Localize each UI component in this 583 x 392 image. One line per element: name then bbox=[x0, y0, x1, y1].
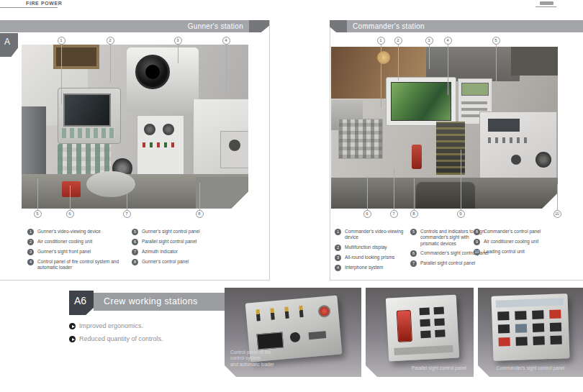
gunner-legend-col-1: 1Gunner's video-viewing device 2Air cond… bbox=[27, 229, 132, 271]
legend-num: 2 bbox=[27, 239, 34, 245]
legend-item: 3Gunner's sight front panel bbox=[27, 249, 132, 255]
callout-commander-7: 7 bbox=[390, 210, 398, 218]
leader-line bbox=[199, 183, 200, 210]
toggle-switch bbox=[270, 308, 274, 319]
legend-text: All-round looking prisms bbox=[345, 255, 407, 260]
legend-text: Azimuth indicator bbox=[142, 249, 239, 255]
legend-text: Commander's control panel bbox=[484, 229, 563, 234]
red-handle bbox=[412, 145, 422, 169]
legend-item: 3All-round looking prisms bbox=[335, 255, 407, 261]
legend-item: 1Gunner's video-viewing device bbox=[27, 229, 132, 235]
panel-switch-row bbox=[488, 137, 531, 143]
brand-logo bbox=[540, 1, 553, 5]
sight-window-frame bbox=[53, 45, 99, 69]
legend-text: Air conditioner cooling unit bbox=[37, 239, 124, 245]
leader-line bbox=[461, 150, 461, 210]
legend-text: Gunner's sight front panel bbox=[37, 249, 124, 255]
product-panel-commander-sight: Commander's sight control panel bbox=[478, 288, 583, 377]
panel-button bbox=[515, 337, 527, 346]
legend-num: 10 bbox=[474, 249, 480, 255]
legend-item: 6Parallel sight control panel bbox=[132, 239, 247, 245]
device-knob bbox=[289, 332, 300, 342]
callout-gunner-3: 3 bbox=[174, 37, 182, 45]
red-rocker-switch bbox=[397, 310, 412, 342]
leader-line bbox=[557, 184, 558, 210]
brand-logo-rule bbox=[535, 6, 556, 7]
legend-num: 2 bbox=[335, 245, 341, 251]
panel-button bbox=[550, 323, 561, 332]
commander-seat bbox=[416, 182, 475, 209]
brochure-page: FIRE POWER Gunner's station A 1 2 bbox=[0, 0, 583, 392]
legend-item: 8Gunner's control panel bbox=[132, 259, 247, 265]
callout-gunner-8: 8 bbox=[196, 210, 204, 218]
product-caption: Parallel sight control panel bbox=[412, 365, 466, 371]
leader-line bbox=[496, 45, 497, 102]
gunner-station-title: Gunner's station bbox=[0, 20, 243, 32]
bullet-text-2: Reduced quantity of controls. bbox=[79, 335, 163, 342]
leader-line bbox=[367, 176, 368, 210]
product-panel-fire-control: Control panel of fire control system and… bbox=[225, 288, 361, 377]
panel-button bbox=[498, 324, 510, 334]
callout-commander-3: 3 bbox=[425, 37, 433, 45]
legend-num: 4 bbox=[335, 265, 341, 271]
legend-item: 9Air conditioner cooling unit bbox=[474, 239, 567, 245]
product-caption: Control panel of fire control system and… bbox=[230, 350, 274, 368]
legend-num: 8 bbox=[132, 259, 138, 265]
panel-button bbox=[420, 319, 430, 327]
red-control-box bbox=[62, 181, 81, 197]
legend-text: Interphone system bbox=[345, 265, 407, 270]
legend-num: 6 bbox=[132, 239, 138, 245]
callout-commander-9: 9 bbox=[457, 210, 465, 218]
legend-num: 3 bbox=[335, 255, 341, 261]
video-viewing-screen bbox=[63, 94, 111, 127]
callout-gunner-6: 6 bbox=[66, 210, 74, 218]
legend-text: Gunner's sight control panel bbox=[142, 229, 239, 234]
legend-item: 7Parallel sight control panel bbox=[410, 260, 491, 267]
leader-line bbox=[70, 186, 71, 210]
play-bullet-icon bbox=[69, 336, 76, 342]
play-bullet-icon bbox=[69, 323, 76, 329]
bullet-text-1: Improved ergonomics. bbox=[79, 322, 143, 329]
small-green-display bbox=[461, 83, 489, 96]
looking-prism bbox=[511, 47, 558, 76]
leader-line bbox=[448, 45, 448, 95]
panel-button bbox=[434, 318, 445, 326]
panel-button bbox=[533, 323, 544, 332]
device-button-row bbox=[62, 128, 115, 138]
commander-sight-panel-device bbox=[491, 293, 569, 361]
product-caption: Commander's sight control panel bbox=[478, 365, 583, 371]
leader-line bbox=[37, 178, 38, 210]
leader-line bbox=[226, 45, 227, 94]
callout-commander-5: 5 bbox=[492, 37, 500, 45]
red-button bbox=[498, 337, 510, 347]
legend-text: Air conditioner cooling unit bbox=[484, 239, 563, 245]
legend-num: 7 bbox=[132, 249, 138, 255]
commander-legend-col-1: 1Commander's video-viewing device 2Multi… bbox=[335, 229, 407, 271]
legend-item: 4Control panel of fire control system an… bbox=[27, 259, 132, 271]
legend-text: Parallel sight control panel bbox=[420, 260, 489, 266]
legend-text: Gunner's video-viewing device bbox=[37, 229, 124, 234]
panel-button bbox=[497, 311, 509, 321]
panel-button bbox=[550, 335, 561, 345]
red-button bbox=[549, 310, 561, 319]
callout-gunner-4: 4 bbox=[222, 37, 230, 45]
leader-line bbox=[398, 45, 399, 81]
toggle-switch bbox=[256, 309, 260, 321]
panel-button bbox=[532, 310, 543, 319]
panel-button bbox=[515, 311, 526, 320]
masthead-rule bbox=[0, 7, 58, 8]
legend-num: 1 bbox=[335, 229, 341, 235]
roof-equipment bbox=[426, 47, 520, 81]
control-keypad bbox=[58, 144, 111, 176]
commander-legend-col-3: 8Commander's control panel 9Air conditio… bbox=[474, 229, 567, 255]
masthead-title: FIRE POWER bbox=[26, 1, 62, 6]
seat-drum bbox=[86, 171, 135, 197]
callout-commander-1: 1 bbox=[377, 37, 385, 45]
device-display bbox=[256, 332, 284, 350]
commander-station-photo bbox=[331, 47, 558, 209]
parallel-sight-panel-device bbox=[386, 294, 459, 361]
panel-button bbox=[533, 336, 544, 345]
panel-knob-large bbox=[535, 152, 551, 168]
device-switch bbox=[309, 331, 327, 339]
legend-item: 2Multifunction display bbox=[335, 245, 407, 251]
